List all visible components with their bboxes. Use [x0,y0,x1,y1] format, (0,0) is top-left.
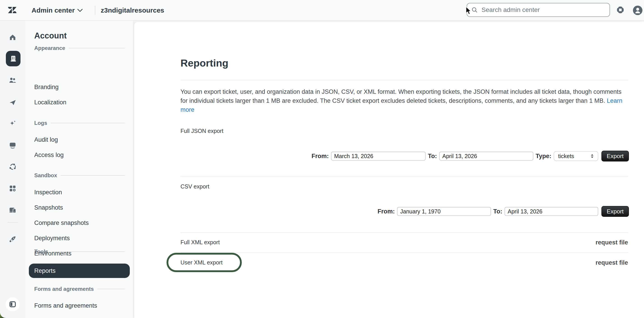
user-xml-export-label: User XML export [180,259,223,266]
channels-icon[interactable] [9,98,16,106]
divider [180,80,628,80]
select-chevrons-icon [590,153,595,159]
integrations-icon[interactable] [9,163,16,170]
ai-sparkles-icon[interactable] [9,120,16,127]
nav-section-tools: Tools [34,249,124,255]
nav-section-sandbox: Sandbox [34,172,124,178]
sidebar-item-branding[interactable]: Branding [34,84,58,91]
topbar-divider [95,6,95,15]
to-label: To: [428,153,437,160]
json-export-controls: From: To: Type: tickets Export [312,151,629,161]
from-label: From: [378,208,395,215]
account-subdomain-label: z3ndigitalresources [101,0,164,21]
json-export-button[interactable]: Export [602,151,629,161]
account-icon[interactable] [6,51,20,66]
full-json-export-label: Full JSON export [180,128,223,134]
nav-section-appearance: Appearance [34,45,124,51]
product-icon-rail [0,21,26,318]
home-icon[interactable] [9,33,16,41]
main-content-card: Reporting You can export ticket, user, a… [134,22,644,318]
json-to-date-input[interactable] [439,152,533,160]
sidebar-item-localization[interactable]: Localization [34,99,66,106]
reporting-description: You can export ticket, user, and organiz… [180,87,629,114]
full-xml-request-file-link[interactable]: request file [596,239,628,246]
mouse-cursor [465,6,472,16]
building-icon [9,55,17,63]
collapse-panel-icon [8,300,17,308]
devices-icon[interactable] [9,206,16,214]
sidebar-item-inspection[interactable]: Inspection [34,189,62,196]
to-label: To: [493,208,502,215]
from-label: From: [312,153,329,160]
top-bar: Admin center z3ndigitalresources [0,0,644,21]
settings-nav-panel: Account Appearance Branding Localization… [26,21,134,318]
workspaces-icon[interactable] [9,141,16,149]
chevron-down-icon[interactable] [77,8,83,12]
divider [180,252,628,253]
rail-divider [8,222,18,223]
sidebar-item-snapshots[interactable]: Snapshots [34,204,63,211]
page-title: Reporting [180,57,228,69]
sidebar-item-reports-selected[interactable]: Reports [29,264,130,278]
team-members-icon[interactable] [9,76,16,84]
search-input[interactable] [481,6,606,14]
sidebar-item-access-log[interactable]: Access log [34,152,64,159]
admin-center-app: { "topbar": { "product_switcher": "Admin… [0,0,644,318]
json-type-select[interactable]: tickets [554,151,598,161]
sidebar-item-audit-log[interactable]: Audit log [34,136,58,143]
getting-started-rocket-icon[interactable] [9,235,16,243]
csv-export-button[interactable]: Export [602,206,629,217]
nav-title: Account [34,31,67,40]
selected-type-value: tickets [558,153,574,159]
apps-icon[interactable] [9,185,16,192]
user-xml-request-file-link[interactable]: request file [596,259,628,266]
help-icon[interactable] [617,6,624,13]
full-xml-export-label: Full XML export [180,239,220,246]
search-admin-center-box[interactable] [467,3,610,17]
nav-section-logs: Logs [34,120,124,126]
nav-section-forms-and-agreements: Forms and agreements [34,286,124,292]
zendesk-logo-icon[interactable] [8,7,17,13]
collapse-panel-button[interactable] [6,297,20,311]
product-switcher[interactable]: Admin center [32,0,75,21]
user-avatar[interactable] [633,6,642,15]
sidebar-item-compare-snapshots[interactable]: Compare snapshots [34,219,89,226]
sidebar-item-forms-and-agreements[interactable]: Forms and agreements [34,302,97,309]
description-text: You can export ticket, user, and organiz… [180,88,622,104]
json-from-date-input[interactable] [331,152,426,160]
csv-from-date-input[interactable] [397,207,491,216]
csv-to-date-input[interactable] [504,207,598,216]
sidebar-item-label: Reports [34,267,56,274]
divider [180,176,628,176]
divider [180,232,628,233]
sidebar-item-deployments[interactable]: Deployments [34,235,70,242]
csv-export-label: CSV export [180,183,209,190]
csv-export-controls: From: To: Export [378,206,629,217]
type-label: Type: [536,153,552,160]
